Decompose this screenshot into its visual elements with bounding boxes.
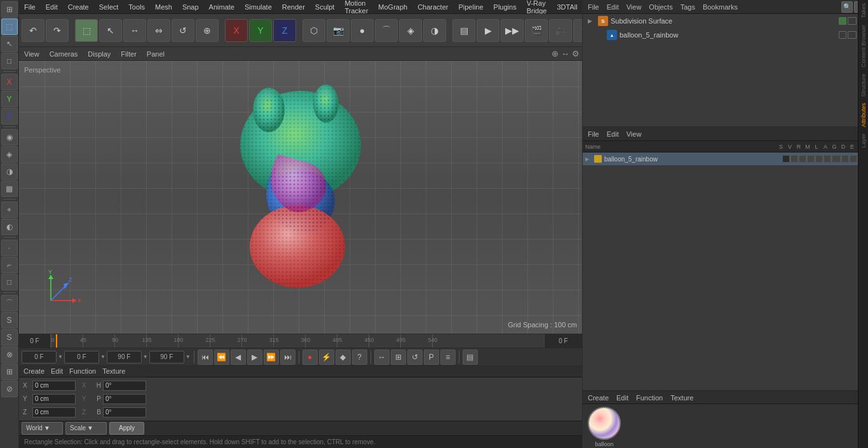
current-frame-field[interactable]: 0 F [22,351,57,363]
attr-file-menu[interactable]: File [585,130,602,138]
axis-y[interactable]: Y [249,19,272,42]
coord-edit-menu[interactable]: Edit [49,367,65,375]
rotate-key-btn[interactable]: ↺ [407,350,423,365]
vp-lock-icon[interactable]: ⊕ [552,49,559,58]
mat-balloon-item[interactable]: balloon [585,407,623,447]
vp-panel-menu[interactable]: Panel [144,50,167,58]
selection-mode-scale[interactable]: ⇔ [147,19,170,42]
menu-vray[interactable]: V-Ray Bridge [522,0,552,16]
auto-key-btn[interactable]: ⚡ [319,350,334,365]
p-rot-input[interactable]: 0° [103,394,146,404]
attr-m-dot[interactable] [807,155,815,163]
preview-btn[interactable]: ▤ [463,350,478,365]
selection-mode-rotate[interactable]: ↺ [172,19,194,42]
end-frame-left-arrow[interactable]: ▼ [143,354,148,360]
attr-a-dot[interactable] [824,155,831,163]
render-active-btn[interactable]: ▶ [477,19,499,42]
vtab-structure[interactable]: Structure [859,71,868,100]
menu-motiontracker[interactable]: Motion Tracker [339,0,373,16]
goto-end-btn[interactable]: ⏭ [280,350,295,365]
tool-spline[interactable]: ⌒ [1,295,18,311]
obj-subdivision-surface[interactable]: ▶ S Subdivision Surface [583,14,868,28]
tool-shade[interactable]: ◑ [1,163,18,180]
attr-balloon-row[interactable]: ▶ balloon_5_rainbow [583,153,868,165]
tool-z[interactable]: Z [1,108,18,125]
render-region-btn[interactable]: ▤ [452,19,475,42]
vis-dot[interactable] [839,17,846,25]
obj-search-icon[interactable]: 🔍 [841,1,853,13]
timeline-track[interactable]: 0 45 90 135 180 225 270 315 360 405 450 … [51,334,544,348]
coord-create-menu[interactable]: Create [22,367,46,375]
vp-view-menu[interactable]: View [22,50,42,58]
menu-character[interactable]: Character [412,2,453,12]
b-rot-input[interactable]: 0° [103,407,146,417]
menu-snap[interactable]: Snap [177,2,204,12]
menu-select[interactable]: Select [94,2,124,12]
menu-edit[interactable]: Edit [41,2,63,12]
vtab-content-browser[interactable]: Content Browser [859,22,868,71]
mat-create-menu[interactable]: Create [585,394,611,402]
record-btn[interactable]: ● [302,350,318,365]
selection-mode-move[interactable]: ↔ [123,19,146,42]
y-pos-input[interactable]: 0 cm [32,394,76,404]
tool-s2[interactable]: S [1,312,18,329]
menu-tools[interactable]: Tools [123,2,150,12]
tool-y[interactable]: Y [1,91,18,107]
vtab-attributes[interactable]: Attributes [859,100,868,130]
menu-render[interactable]: Render [277,2,310,12]
scene-btn[interactable]: ◑ [423,19,446,42]
menu-create[interactable]: Create [63,2,94,12]
menu-mesh[interactable]: Mesh [150,2,177,12]
tool-magnet[interactable]: ⊗ [1,346,18,363]
tool-wire[interactable]: ◈ [1,146,18,163]
menu-plugins[interactable]: Plugins [489,2,522,12]
attr-e-dot[interactable] [850,155,857,163]
mat-edit-menu[interactable]: Edit [614,394,631,402]
attr-l-dot[interactable] [815,155,823,163]
pla-key-btn[interactable]: ≡ [440,350,456,365]
tool-s3[interactable]: S [1,329,18,346]
end-frame-right-field[interactable]: 90 F [149,351,184,363]
menu-pipeline[interactable]: Pipeline [453,2,488,12]
undo-button[interactable]: ↶ [22,19,44,42]
h-rot-input[interactable]: 0° [103,381,146,391]
menu-mograph[interactable]: MoGraph [373,2,412,12]
apply-button[interactable]: Apply [109,422,144,435]
redo-button[interactable]: ↷ [46,19,69,42]
menu-simulate[interactable]: Simulate [240,2,277,12]
tool-point[interactable]: · [1,240,18,256]
camera-btn[interactable]: 📷 [327,19,349,42]
timeline-playhead[interactable] [56,334,57,348]
menu-sculpt[interactable]: Sculpt [310,2,340,12]
vp-settings-icon[interactable]: ⚙ [572,49,580,58]
help-btn[interactable]: ? [352,350,367,365]
tool-obj[interactable]: ◉ [1,129,18,146]
vtab-takes[interactable]: Takes [859,0,868,22]
spline-btn[interactable]: ⌒ [375,19,398,42]
tool-snap[interactable]: ⌖ [1,201,18,218]
viewport-canvas[interactable]: Perspective [19,61,582,334]
attr-color-swatch[interactable] [594,155,602,163]
vp-move-icon[interactable]: ↔ [561,49,569,58]
render-pic-btn[interactable]: 🎬 [525,19,548,42]
tool-grid2[interactable]: ⊞ [1,363,18,380]
vp-cameras-menu[interactable]: Cameras [47,50,81,58]
tool-knife[interactable]: ⊘ [1,381,18,397]
vtab-layer[interactable]: Layer [859,130,868,151]
obj-balloon-rainbow[interactable]: ▲ balloon_5_rainbow [583,28,868,42]
obj-file-menu[interactable]: File [585,3,602,11]
obj-objects-menu[interactable]: Objects [646,3,675,11]
axis-x[interactable]: X [225,19,248,42]
tool-render[interactable]: ◐ [1,219,18,235]
attr-edit-menu[interactable]: Edit [604,130,621,138]
play-reverse-btn[interactable]: ◀ [231,350,246,365]
attr-r-dot[interactable] [799,155,806,163]
menu-3dtall[interactable]: 3DTAll [552,2,582,12]
attr-d-dot[interactable] [841,155,849,163]
obj-bookmarks-menu[interactable]: Bookmarks [700,3,740,11]
vp-display-menu[interactable]: Display [85,50,113,58]
deform-btn[interactable]: ◈ [399,19,422,42]
coord-texture-menu[interactable]: Texture [100,367,127,375]
tool-tex[interactable]: ▦ [1,180,18,197]
selection-mode-rect[interactable]: ↖ [99,19,122,42]
